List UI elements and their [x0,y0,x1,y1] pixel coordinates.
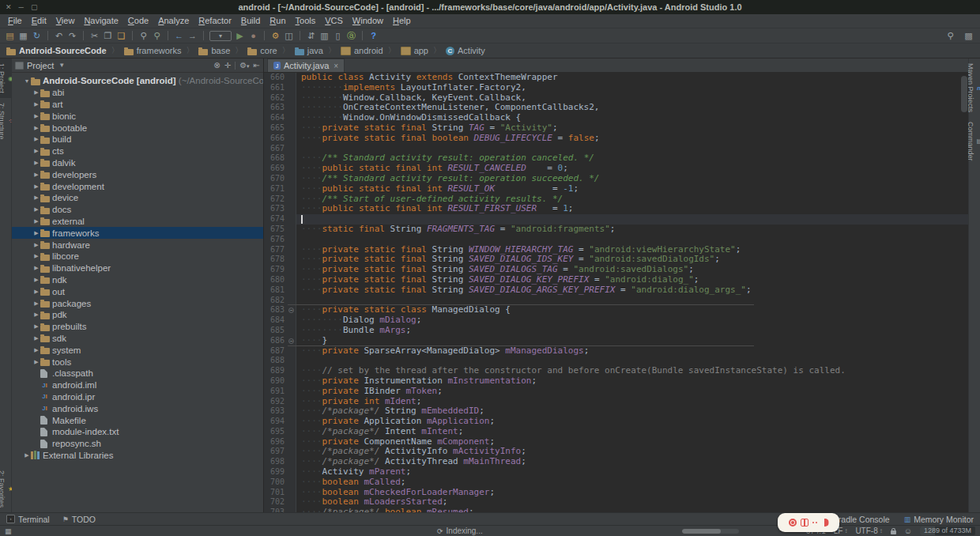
avd-manager-icon[interactable]: ▥ [318,29,331,42]
encoding-selector[interactable]: UTF-8↕ [855,527,882,535]
tree-item-ndk[interactable]: ▶ndk [12,274,263,286]
copy-icon[interactable]: ❐ [101,29,115,42]
tree-collapsed-arrow-icon[interactable]: ▶ [32,335,40,342]
tree-collapsed-arrow-icon[interactable]: ▶ [32,265,40,271]
fold-marker-icon[interactable]: − [288,338,294,344]
tree-collapsed-arrow-icon[interactable]: ▶ [32,160,40,166]
recorder-pages-icon[interactable] [801,519,808,527]
tree-item-development[interactable]: ▶development [12,180,263,192]
sync-icon[interactable]: ↻ [30,29,43,42]
close-tab-icon[interactable]: × [334,62,338,70]
tree-collapsed-arrow-icon[interactable]: ▶ [32,311,40,318]
sdk-manager-icon[interactable]: ⇵ [304,29,318,42]
breadcrumb-item-android[interactable]: android [339,46,385,55]
tree-item-libcore[interactable]: ▶libcore [12,251,263,262]
menu-code[interactable]: Code [123,14,153,28]
device-monitor-icon[interactable]: ▯ [331,29,345,42]
tree-collapsed-arrow-icon[interactable]: ▶ [32,89,40,96]
tree-collapsed-arrow-icon[interactable]: ▶ [32,289,40,295]
menu-vcs[interactable]: VCS [320,14,348,28]
tree-collapsed-arrow-icon[interactable]: ▶ [32,125,40,131]
collapse-all-icon[interactable]: ⊗ [213,61,220,70]
tree-item-android-sourcecode--android-[interactable]: ▼Android-SourceCode [android] (~/Android… [12,75,263,87]
tree-collapsed-arrow-icon[interactable]: ▶ [32,277,40,283]
minimize-button[interactable]: ─ [19,0,24,14]
tree-item-bootable[interactable]: ▶bootable [12,122,263,134]
tree-item-build[interactable]: ▶build [12,134,263,145]
tree-collapsed-arrow-icon[interactable]: ▶ [23,452,31,459]
menu-analyze[interactable]: Analyze [153,14,194,28]
tree-item-external-libraries[interactable]: ▶External Libraries [12,450,263,462]
find-icon[interactable]: ⚲ [137,29,150,42]
code-line-685[interactable]: 685········Bundle mArgs; [264,326,968,336]
tree-collapsed-arrow-icon[interactable]: ▶ [32,230,40,236]
tree-item-device[interactable]: ▶device [12,192,263,204]
tree-item-reposync-sh[interactable]: reposync.sh [12,438,263,450]
tree-collapsed-arrow-icon[interactable]: ▶ [32,183,40,190]
lock-icon[interactable] [891,530,896,534]
run-config-dropdown[interactable]: ▾ [209,31,232,41]
tree-item-tools[interactable]: ▶tools [12,356,263,368]
tree-item-dalvik[interactable]: ▶dalvik [12,157,263,169]
tree-item-system[interactable]: ▶system [12,344,263,356]
tree-item-art[interactable]: ▶art [12,99,263,111]
debug-icon[interactable]: ● [247,29,260,42]
project-structure-icon[interactable]: ◫ [282,29,296,42]
toolwindow-switcher-icon[interactable]: ▦ [5,527,12,535]
tree-collapsed-arrow-icon[interactable]: ▶ [32,136,40,142]
toolwindow-button-memory-monitor[interactable]: ▥Memory Monitor [904,515,974,524]
tree-item-android-iws[interactable]: JIandroid.iws [12,402,263,414]
tree-item-abi[interactable]: ▶abi [12,87,263,99]
editor-scrollbar[interactable] [961,76,967,112]
breadcrumb-item-java[interactable]: java [293,46,325,55]
redo-icon[interactable]: ↷ [66,29,79,42]
tree-collapsed-arrow-icon[interactable]: ▶ [32,347,40,353]
tree-item-developers[interactable]: ▶developers [12,168,263,180]
tree-collapsed-arrow-icon[interactable]: ▶ [32,242,40,248]
quick-access-icon[interactable]: ▩ [962,29,975,42]
code-line-687[interactable]: 687····private SparseArray<ManagedDialog… [264,346,968,357]
tree-item-makefile[interactable]: Makefile [12,414,263,426]
menu-edit[interactable]: Edit [27,14,51,28]
tree-item--classpath[interactable]: .classpath [12,368,263,379]
menu-build[interactable]: Build [236,14,265,28]
tree-collapsed-arrow-icon[interactable]: ▶ [32,101,40,108]
tree-item-bionic[interactable]: ▶bionic [12,110,263,122]
code-line-681[interactable]: 681····private static final String SAVED… [264,285,968,296]
undo-icon[interactable]: ↶ [52,29,66,42]
tree-item-module-index-txt[interactable]: module-index.txt [12,426,263,438]
maximize-button[interactable]: ▢ [31,0,38,14]
toolwindow-button-todo[interactable]: ⚑TODO [62,515,96,524]
menu-tools[interactable]: Tools [291,14,321,28]
tree-item-android-ipr[interactable]: JIandroid.ipr [12,391,263,403]
tree-item-hardware[interactable]: ▶hardware [12,239,263,251]
fold-marker-icon[interactable]: − [288,308,294,313]
tree-collapsed-arrow-icon[interactable]: ▶ [32,323,40,330]
tree-item-sdk[interactable]: ▶sdk [12,333,263,345]
code-line-673[interactable]: 673····public static final int RESULT_FI… [264,204,968,214]
memory-indicator[interactable]: 1289 of 4733M [920,527,975,535]
hide-panel-icon[interactable]: ⇤ [254,61,260,70]
breadcrumb-item-app[interactable]: app [399,46,430,55]
back-icon[interactable]: ← [172,29,186,42]
save-icon[interactable]: ▦ [17,29,30,42]
tree-item-docs[interactable]: ▶docs [12,204,263,216]
settings-wrench-icon[interactable]: ⚙ [269,29,282,42]
tree-collapsed-arrow-icon[interactable]: ▶ [32,206,40,213]
menu-view[interactable]: View [51,14,80,28]
scroll-to-source-icon[interactable]: ✛ [224,61,231,70]
tree-item-cts[interactable]: ▶cts [12,145,263,157]
help-icon[interactable]: ? [367,29,380,42]
tree-collapsed-arrow-icon[interactable]: ▶ [32,194,40,201]
tree-item-external[interactable]: ▶external [12,216,263,228]
run-icon[interactable]: ▶ [233,29,247,42]
close-button[interactable]: ✕ [6,0,12,14]
tree-expanded-arrow-icon[interactable]: ▼ [23,78,31,84]
toolwindow-button-commander[interactable]: ▤Commander [967,117,980,166]
tree-collapsed-arrow-icon[interactable]: ▶ [32,113,40,119]
tree-collapsed-arrow-icon[interactable]: ▶ [32,172,40,178]
code-line-666[interactable]: 666····private static final boolean DEBU… [264,134,968,144]
menu-run[interactable]: Run [265,14,290,28]
menu-file[interactable]: File [3,14,27,28]
tree-item-libnativehelper[interactable]: ▶libnativehelper [12,262,263,274]
